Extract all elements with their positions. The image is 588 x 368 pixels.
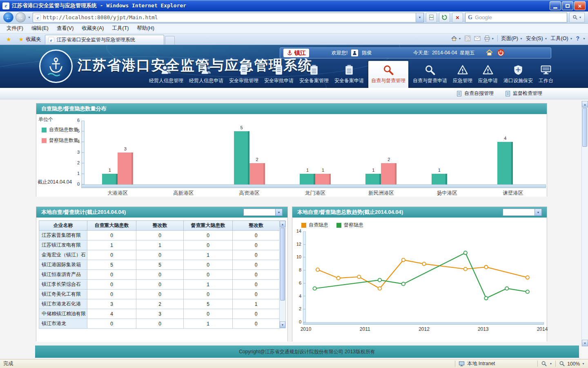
protected-mode-button[interactable]: ▼ xyxy=(541,361,552,367)
status-text: 完成 xyxy=(3,360,13,367)
zoom-control[interactable]: 100% ▼ xyxy=(559,361,585,367)
search-button[interactable]: ▼ xyxy=(569,13,585,22)
search-box[interactable]: G xyxy=(465,13,567,22)
address-input[interactable] xyxy=(43,14,414,20)
nav-item-active[interactable]: 自查与督查管理 xyxy=(368,61,408,88)
logout-button[interactable] xyxy=(497,49,505,58)
scroll-thumb[interactable] xyxy=(582,108,587,147)
home-button[interactable]: ▼ xyxy=(451,35,461,42)
browser-tab[interactable]: e 江苏省港口安全监管与应急管理系统 xyxy=(45,35,164,45)
table-row[interactable]: 金海宏业（镇江）石0010 xyxy=(39,250,280,260)
clipboard-icon xyxy=(343,64,355,76)
help-button[interactable]: ? xyxy=(576,35,580,42)
forward-button[interactable]: → xyxy=(16,12,26,22)
nav-item[interactable]: 港口设施保安 xyxy=(501,64,536,88)
favorites-button[interactable]: ★ 收藏夹 xyxy=(15,34,45,44)
x-axis-label: 2013 xyxy=(474,326,492,332)
menu-item[interactable]: 工具(T) xyxy=(108,24,133,33)
page-scrollbar[interactable]: ▲ ▼ xyxy=(581,101,588,346)
value-cell: 0 xyxy=(136,270,184,280)
search-icon xyxy=(572,15,578,20)
company-filter-select[interactable]: ▼ xyxy=(243,209,283,216)
nav-item[interactable]: 安全备案管理 xyxy=(296,64,332,88)
minimize-button[interactable] xyxy=(550,1,561,10)
refresh-button[interactable] xyxy=(439,13,450,22)
address-dropdown-button[interactable]: ▼ xyxy=(416,13,423,22)
menu-item[interactable]: 收藏夹(A) xyxy=(78,24,108,33)
subnav-item[interactable]: 自查自报管理 xyxy=(457,90,494,97)
menu-item[interactable]: 文件(F) xyxy=(2,24,27,33)
nav-item[interactable]: 安全审批管理 xyxy=(226,64,261,88)
scroll-thumb[interactable] xyxy=(280,228,285,301)
column-header: 督查重大隐患数 xyxy=(184,221,233,231)
page-menu-button[interactable]: 页面(P)▼ xyxy=(501,35,523,42)
scroll-up-button[interactable]: ▲ xyxy=(280,221,285,227)
y-axis xyxy=(303,231,306,322)
nav-item[interactable]: 经营人信息申请 xyxy=(186,64,226,88)
nav-item[interactable]: 自查与督查申请 xyxy=(410,64,450,88)
value-cell: 0 xyxy=(233,270,280,280)
new-tab-button[interactable] xyxy=(165,36,175,45)
nav-item[interactable]: 应急管理 xyxy=(450,64,475,88)
bar-chart-panel: 自查隐患/督查隐患数量分布 单位个 自查隐患数量督察隐患数量 截止2014.04… xyxy=(36,103,547,197)
company-name-cell: 江苏镇江发电有限 xyxy=(39,240,87,250)
nav-item[interactable]: 安全备案申请 xyxy=(332,64,367,88)
address-bar[interactable]: e ▼ xyxy=(33,13,424,22)
table-row[interactable]: 镇江李长荣综合石0010 xyxy=(39,280,280,289)
home-shortcut-button[interactable] xyxy=(486,49,493,58)
table-row[interactable]: 镇江恒泰沥青产品0000 xyxy=(39,270,280,280)
table-row[interactable]: 镇江市港龙0010 xyxy=(39,319,280,329)
compatibility-view-button[interactable] xyxy=(426,13,437,22)
add-favorite-button[interactable]: ★ xyxy=(2,34,15,44)
scroll-up-button[interactable]: ▲ xyxy=(582,101,588,108)
table-row[interactable]: 江苏镇江发电有限1100 xyxy=(39,240,280,250)
value-cell: 0 xyxy=(233,280,280,289)
printer-icon xyxy=(484,35,490,42)
search-input[interactable] xyxy=(475,14,567,20)
value-cell: 0 xyxy=(87,250,136,260)
value-cell: 1 xyxy=(233,299,280,309)
print-button[interactable]: ▼ xyxy=(484,35,494,42)
back-button[interactable]: ← xyxy=(3,12,13,22)
table-row[interactable]: 江苏索普集团有限0000 xyxy=(39,231,280,240)
value-cell: 0 xyxy=(233,289,280,299)
monitor-icon xyxy=(540,64,552,76)
nav-item[interactable]: 应急申请 xyxy=(475,64,501,88)
y-axis-label: 0 xyxy=(70,182,80,186)
value-cell: 0 xyxy=(136,319,184,329)
nav-item[interactable]: 经营人信息管理 xyxy=(146,64,186,88)
menu-item[interactable]: 帮助(H) xyxy=(133,24,158,33)
table-row[interactable]: 中储粮镇江粮油有限4300 xyxy=(39,309,280,319)
subnav-item[interactable]: 监督检查管理 xyxy=(505,90,542,97)
title-bar[interactable]: e 江苏省港口安全监管与应急管理系统 - Windows Internet Ex… xyxy=(0,0,588,11)
history-dropdown-icon[interactable]: ▼ xyxy=(28,16,31,19)
close-button[interactable]: × xyxy=(574,1,586,10)
stop-button[interactable]: × xyxy=(452,13,463,22)
web-page: 江苏省港口安全监管与应急管理系统 镇江 欢迎您! 陈俊 今天是: 2014-04… xyxy=(0,45,588,359)
tools-menu-button[interactable]: 工具(O)▼ xyxy=(551,35,573,42)
magnifier-icon xyxy=(383,64,394,76)
value-cell: 0 xyxy=(87,280,136,289)
menu-item[interactable]: 查看(V) xyxy=(53,24,78,33)
legend-label: 自查隐患 xyxy=(309,222,328,229)
category-label: 大港港区 xyxy=(85,190,150,197)
table-scrollbar[interactable]: ▲ ▼ xyxy=(279,220,286,328)
feeds-button[interactable] xyxy=(464,35,471,42)
supervision-bar xyxy=(249,163,265,184)
table-row[interactable]: 镇江市港龙石化港3251 xyxy=(39,299,280,309)
self-check-bar xyxy=(234,131,249,184)
table-row[interactable]: 镇江奇美化工有限0000 xyxy=(39,289,280,299)
mail-button[interactable] xyxy=(474,35,481,42)
safety-menu-button[interactable]: 安全(S)▼ xyxy=(526,35,548,42)
nav-item[interactable]: 安全审批申请 xyxy=(261,64,296,88)
nav-item[interactable]: 工作台 xyxy=(536,64,556,88)
table-row[interactable]: 镇江港国际集装箱5500 xyxy=(39,260,280,270)
maximize-button[interactable] xyxy=(562,1,573,10)
trend-filter-select[interactable]: ▼ xyxy=(503,209,542,216)
y-axis-label: 2 xyxy=(70,160,80,165)
menu-item[interactable]: 编辑(E) xyxy=(27,24,53,33)
scroll-down-button[interactable]: ▼ xyxy=(582,340,588,346)
zoom-level: 100% xyxy=(567,361,580,367)
scroll-down-button[interactable]: ▼ xyxy=(280,321,285,328)
value-cell: 5 xyxy=(87,260,136,270)
